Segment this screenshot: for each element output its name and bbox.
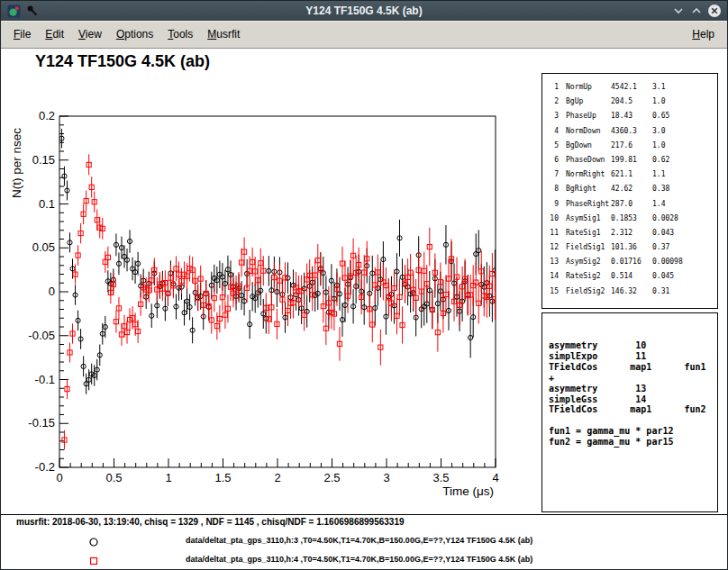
legend-label: data/deltat_pta_gps_3110,h:3 ,T0=4.50K,T… [186, 536, 532, 545]
theory-line: TFieldCos map1 fun1 [549, 362, 717, 373]
parameter-row: 15FieldSig2146.320.31 [548, 285, 717, 299]
x-tick-label: 2 [274, 471, 280, 484]
menu-tools[interactable]: Tools [160, 24, 200, 44]
theory-line: asymmetry 10 [549, 340, 717, 351]
parameter-row: 3PhaseUp18.430.65 [548, 109, 717, 123]
parameter-row: 11RateSig12.3120.043 [548, 226, 717, 240]
close-button[interactable] [707, 4, 722, 18]
theory-lines: asymmetry 10simplExpo 11TFieldCos map1 f… [549, 340, 717, 448]
y-tick-label: 0.2 [39, 109, 55, 122]
menu-help-slot: Help [685, 24, 722, 44]
parameter-row: 5BgDown217.61.0 [548, 139, 717, 153]
series-h3-circles [59, 129, 497, 394]
y-tick-label: -0.1 [35, 373, 55, 386]
x-tick-label: 1.5 [214, 471, 231, 484]
x-tick-label: 3 [383, 471, 389, 484]
x-axis-title: Time (μs) [442, 484, 494, 498]
x-tick-label: 1 [165, 471, 171, 484]
parameter-row: 14RateSig20.5140.045 [548, 269, 717, 284]
legend-item: data/deltat_pta_gps_3110,h:4 ,T0=4.50K,T… [1, 550, 727, 569]
chevron-down-icon [672, 5, 685, 17]
plot-frame [59, 116, 496, 467]
x-tick-label: 2.5 [323, 471, 340, 484]
theory-line: simplExpo 11 [549, 351, 717, 362]
root-canvas[interactable]: Y124 TF150G 4.5K (ab) 00.511.522.533.54-… [1, 49, 727, 569]
parameter-row: 12FieldSig1101.360.37 [548, 240, 717, 255]
parameter-row: 13AsymSig20.017160.00098 [548, 255, 717, 269]
y-tick-label: -0.2 [35, 460, 55, 474]
x-tick-label: 4 [492, 471, 498, 484]
y-tick-label: 0.1 [39, 197, 55, 211]
musrview-window: Y124 TF150G 4.5K (ab) Fil [0, 0, 728, 570]
theory-line: fun2 = gamma_mu * par15 [549, 437, 717, 448]
y-tick-label: 0 [49, 285, 55, 298]
close-icon [707, 4, 722, 18]
y-tick-label: 0.15 [32, 153, 55, 167]
legend-item: data/deltat_pta_gps_3110,h:3 ,T0=4.50K,T… [1, 531, 727, 550]
parameter-row: 8BgRight42.620.38 [548, 182, 717, 196]
theory-line: asymmetry 13 [549, 384, 717, 394]
x-tick-label: 0 [56, 471, 62, 484]
chevron-up-icon [690, 5, 703, 17]
menu-items: FileEditViewOptionsToolsMusrfit [6, 24, 247, 44]
theory-line: fun1 = gamma_mu * par12 [549, 426, 717, 437]
parameter-row: 1NormUp4542.13.1 [548, 80, 717, 95]
y-tick-label: -0.15 [28, 416, 55, 430]
theory-panel: asymmetry 10simplExpo 11TFieldCos map1 f… [541, 312, 718, 512]
parameter-row: 6PhaseDown199.810.62 [548, 153, 717, 167]
plot-area[interactable]: 00.511.522.533.54-0.2-0.15-0.1-0.0500.05… [1, 49, 538, 517]
menu-options[interactable]: Options [109, 24, 160, 44]
menu-file[interactable]: File [6, 24, 38, 44]
parameter-rows: 1NormUp4542.13.12BgUp204.51.03PhaseUp18.… [548, 80, 717, 299]
fit-status-line: musrfit: 2018-06-30, 13:19:40, chisq = 1… [16, 517, 405, 527]
theory-line: TFieldCos map1 fun2 [549, 404, 717, 415]
menu-help[interactable]: Help [685, 24, 722, 44]
parameter-row: 2BgUp204.51.0 [548, 95, 717, 109]
menu-edit[interactable]: Edit [38, 24, 71, 44]
open-circle-marker [88, 535, 99, 551]
x-tick-label: 3.5 [432, 471, 449, 484]
minimize-button[interactable] [671, 4, 686, 18]
app-icon[interactable] [6, 4, 21, 18]
legend-label: data/deltat_pta_gps_3110,h:4 ,T0=4.50K,T… [186, 555, 532, 564]
parameter-row: 9PhaseRight287.01.4 [548, 197, 717, 212]
y-tick-label: -0.05 [28, 329, 55, 342]
titlebar[interactable]: Y124 TF150G 4.5K (ab) [1, 1, 727, 21]
y-tick-label: 0.05 [32, 240, 55, 254]
menubar: FileEditViewOptionsToolsMusrfit Help [1, 21, 727, 49]
series-h4-squares [59, 154, 497, 486]
theory-line: + [549, 373, 717, 384]
legend: data/deltat_pta_gps_3110,h:3 ,T0=4.50K,T… [1, 531, 727, 569]
menu-view[interactable]: View [71, 24, 109, 44]
menu-musrfit[interactable]: Musrfit [200, 24, 247, 44]
pin-icon[interactable] [25, 4, 40, 18]
x-tick-label: 0.5 [105, 471, 122, 484]
window-title: Y124 TF150G 4.5K (ab) [1, 1, 727, 21]
parameter-row: 4NormDown4360.33.0 [548, 124, 717, 139]
theory-line: simpleGss 14 [549, 394, 717, 405]
y-axis-title: N(t) per nsec [10, 128, 23, 198]
divider-line [1, 514, 727, 515]
maximize-button[interactable] [689, 4, 704, 18]
parameter-panel: 1NormUp4542.13.12BgUp204.51.03PhaseUp18.… [541, 73, 718, 309]
open-square-marker [88, 554, 99, 570]
theory-line [549, 415, 717, 426]
parameter-row: 7NormRight621.11.1 [548, 167, 717, 182]
parameter-row: 10AsymSig10.18530.0028 [548, 212, 717, 226]
